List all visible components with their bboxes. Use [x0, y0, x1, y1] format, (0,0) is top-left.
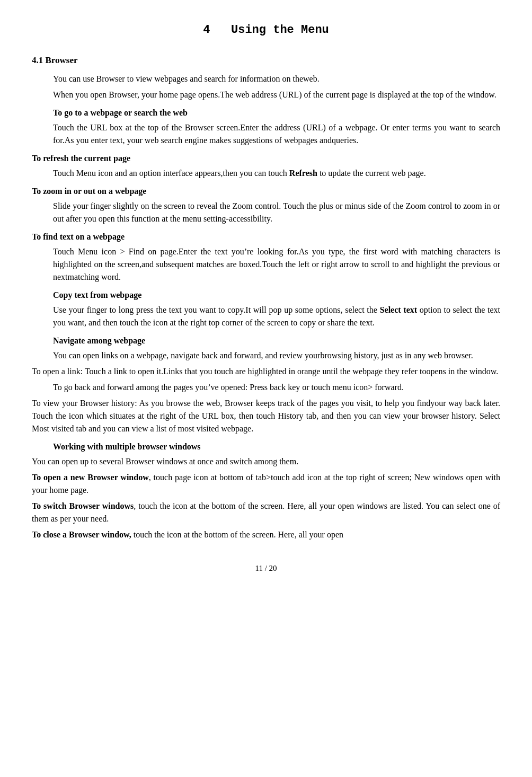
subsection-find: To find text on a webpage Touch Menu ico…	[32, 231, 500, 284]
subsection-multiple-heading: Working with multiple browser windows	[53, 440, 500, 453]
subsection-multiple-switch: To switch Browser windows, touch the ico…	[32, 500, 500, 525]
section-4-1: 4.1 Browser You can use Browser to view …	[32, 54, 500, 541]
subsection-copy: Copy text from webpage Use your finger t…	[32, 289, 500, 329]
subsection-zoom-body: Slide your finger slightly on the screen…	[53, 200, 500, 225]
subsection-navigate-openlink: To open a link: Touch a link to open it.…	[32, 365, 500, 378]
subsection-multiple-open-new: To open a new Browser window, touch page…	[32, 471, 500, 497]
subsection-zoom-heading: To zoom in or out on a webpage	[32, 185, 500, 198]
subsection-navigate-goback: To go back and forward among the pages y…	[53, 381, 500, 394]
subsection-find-heading: To find text on a webpage	[32, 231, 500, 243]
subsection-goto: To go to a webpage or search the web Tou…	[32, 107, 500, 147]
subsection-find-body: Touch Menu icon > Find on page.Enter the…	[53, 245, 500, 284]
subsection-multiple-close: To close a Browser window, touch the ico…	[32, 528, 500, 541]
subsection-refresh-heading: To refresh the current page	[32, 152, 500, 165]
subsection-goto-body: Touch the URL box at the top of the Brow…	[53, 121, 500, 147]
page-footer: 11 / 20	[32, 562, 500, 575]
subsection-multiple-body: You can open up to several Browser windo…	[32, 455, 500, 468]
subsection-copy-body: Use your finger to long press the text y…	[53, 304, 500, 329]
subsection-navigate-history: To view your Browser history: As you bro…	[32, 397, 500, 435]
subsection-refresh-body: Touch Menu icon and an option interface …	[53, 167, 500, 180]
para-browser-intro1: You can use Browser to view webpages and…	[53, 73, 500, 85]
subsection-navigate-heading: Navigate among webpage	[53, 334, 500, 347]
subsection-multiple: Working with multiple browser windows Yo…	[32, 440, 500, 541]
subsection-zoom: To zoom in or out on a webpage Slide you…	[32, 185, 500, 225]
subsection-copy-heading: Copy text from webpage	[53, 289, 500, 302]
subsection-navigate: Navigate among webpage You can open link…	[32, 334, 500, 435]
subsection-refresh: To refresh the current page Touch Menu i…	[32, 152, 500, 180]
subsection-goto-heading: To go to a webpage or search the web	[53, 107, 500, 119]
subsection-navigate-body: You can open links on a webpage, navigat…	[53, 349, 500, 362]
chapter-title: 4 Using the Menu	[32, 21, 500, 39]
para-browser-intro2: When you open Browser, your home page op…	[53, 89, 500, 101]
section-heading: 4.1 Browser	[32, 54, 500, 67]
